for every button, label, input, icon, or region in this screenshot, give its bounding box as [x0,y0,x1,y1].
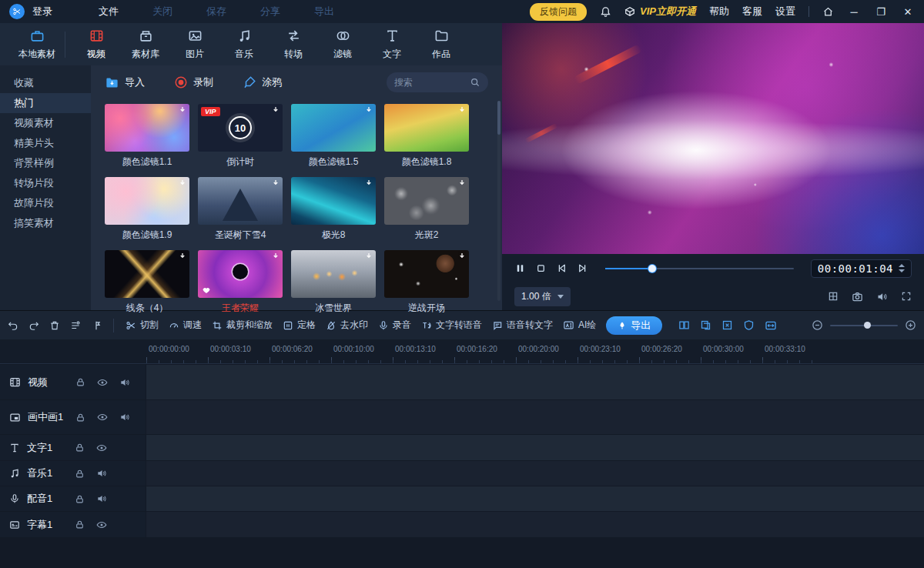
import-button[interactable]: 导入 [105,75,145,90]
stop-button[interactable] [535,262,547,274]
eye-icon[interactable] [97,377,108,388]
track-lane-music[interactable] [146,461,924,486]
favorite-heart-icon[interactable] [202,286,211,295]
material-thumbnail[interactable] [384,177,469,225]
tab-image[interactable]: 图片 [170,28,219,61]
sidebar-item-intros[interactable]: 精美片头 [0,133,91,153]
support-button[interactable]: 客服 [742,5,762,18]
download-icon[interactable] [364,105,373,115]
zoom-out-icon[interactable] [812,319,823,331]
cover-shield-icon[interactable] [743,319,755,331]
notification-bell-icon[interactable] [600,6,611,18]
material-card[interactable]: 颜色滤镜1.9 [105,177,189,242]
material-thumbnail[interactable] [198,250,283,298]
home-icon[interactable] [822,6,834,18]
speaker-icon[interactable] [119,412,130,423]
next-frame-button[interactable] [577,262,588,274]
material-card[interactable]: 圣诞树下雪4 [198,177,283,242]
playback-speed-select[interactable]: 1.00 倍 [514,287,571,306]
download-icon[interactable] [457,105,467,115]
download-icon[interactable] [364,252,373,261]
speaker-icon[interactable] [96,468,107,479]
tab-video[interactable]: 视频 [72,28,121,61]
material-card[interactable]: 颜色滤镜1.5 [291,104,376,169]
material-thumbnail[interactable] [105,104,189,152]
sidebar-item-funny[interactable]: 搞笑素材 [0,213,91,233]
timecode-stepper[interactable] [899,264,905,272]
snap-icon[interactable] [70,320,81,331]
pause-button[interactable] [514,262,526,274]
material-card[interactable]: 光斑2 [384,177,469,242]
track-lane-text[interactable] [146,435,924,460]
tab-text[interactable]: 文字 [367,28,417,61]
material-thumbnail[interactable] [384,104,469,152]
marker-icon[interactable] [91,320,102,331]
track-lane-subtitle[interactable] [146,512,924,537]
download-icon[interactable] [178,252,187,261]
material-thumbnail[interactable] [384,250,469,298]
download-icon[interactable] [271,179,280,188]
fit-screen-icon[interactable] [765,319,777,332]
lock-icon[interactable] [75,520,85,530]
seek-slider[interactable] [605,268,794,269]
lock-icon[interactable] [75,377,85,387]
download-icon[interactable] [364,179,373,188]
track-lane-voiceover[interactable] [146,486,924,511]
fullscreen-icon[interactable] [901,291,912,302]
record-audio-tool[interactable]: 录音 [378,319,411,332]
menu-file[interactable]: 文件 [99,5,119,18]
cut-tool[interactable]: 切割 [126,319,159,332]
eye-icon[interactable] [97,412,108,423]
text-to-speech-tool[interactable]: 文字转语音 [421,319,482,332]
material-thumbnail[interactable] [105,250,189,298]
sidebar-item-video-material[interactable]: 视频素材 [0,113,91,133]
tab-filter[interactable]: 滤镜 [318,28,367,61]
download-icon[interactable] [457,179,467,188]
seek-handle[interactable] [648,265,656,272]
sidebar-item-transitions[interactable]: 转场片段 [0,173,91,193]
material-thumbnail[interactable] [105,177,189,225]
search-icon[interactable] [470,77,480,88]
speaker-icon[interactable] [119,377,130,388]
scrollbar-thumb[interactable] [497,101,500,135]
tab-music[interactable]: 音乐 [219,28,269,61]
delete-icon[interactable] [49,320,60,331]
track-header-text[interactable]: 文字1 [0,435,146,460]
help-button[interactable]: 帮助 [709,5,729,18]
material-card[interactable]: 线条（4） [105,250,189,315]
sidebar-item-favorites[interactable]: 收藏 [0,73,91,93]
doodle-button[interactable]: 涂鸦 [243,75,282,89]
ai-tool[interactable]: AI绘 [563,319,596,332]
track-lane-pip[interactable] [146,400,924,434]
track-lane-video[interactable] [146,365,924,399]
login-button[interactable]: 登录 [32,5,52,18]
panel-resize-handle[interactable]: •••• [330,306,346,314]
settings-button[interactable]: 设置 [775,5,795,18]
material-card[interactable]: VIP 10 倒计时 [198,104,283,169]
minimize-button[interactable]: ─ [847,6,861,18]
video-preview[interactable] [502,23,924,254]
search-input[interactable] [394,77,465,88]
search-box[interactable] [387,72,488,92]
timecode-display[interactable]: 00:00:01:04 [811,259,912,278]
speed-tool[interactable]: 调速 [169,319,202,332]
track-header-pip[interactable]: 画中画1 [0,400,146,434]
zoom-slider[interactable] [830,325,898,326]
sidebar-item-backgrounds[interactable]: 背景样例 [0,153,91,173]
speaker-icon[interactable] [96,493,107,504]
material-card[interactable]: 极光8 [291,177,376,242]
previous-frame-button[interactable] [556,262,567,274]
download-icon[interactable] [271,252,280,261]
material-card[interactable]: 逆战开场 [384,250,469,315]
feedback-button[interactable]: 反馈问题 [530,3,587,21]
download-icon[interactable] [457,252,467,261]
volume-icon[interactable] [876,291,888,302]
track-header-video[interactable]: 视频 [0,365,146,399]
material-thumbnail[interactable] [198,177,283,225]
safe-area-grid-icon[interactable] [828,291,839,302]
track-header-music[interactable]: 音乐1 [0,461,146,486]
download-icon[interactable] [178,179,187,188]
track-header-subtitle[interactable]: 字幕1 [0,512,146,537]
track-header-voiceover[interactable]: 配音1 [0,486,146,511]
download-icon[interactable] [178,105,187,115]
